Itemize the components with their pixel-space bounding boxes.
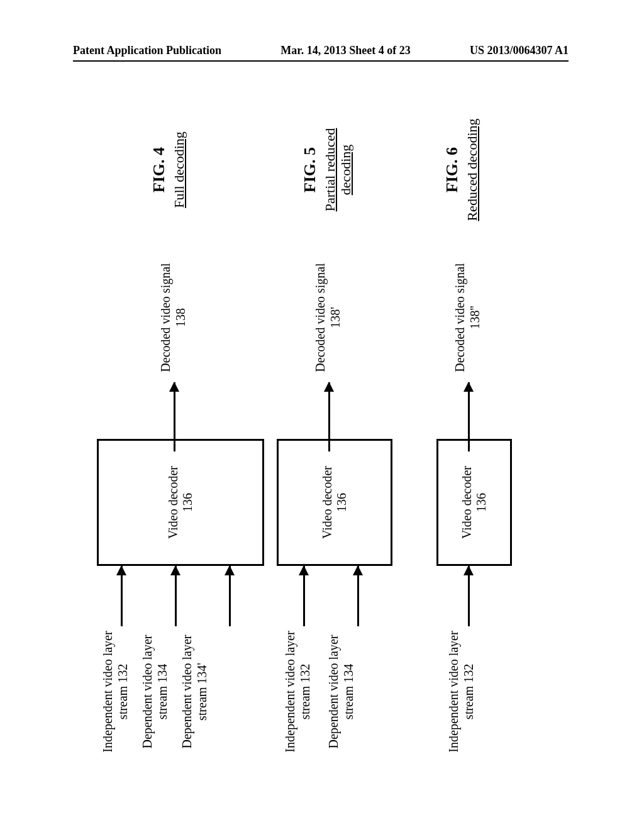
fig6-caption: Reduced decoding — [464, 107, 480, 233]
header-right: US 2013/0064307 A1 — [470, 44, 569, 57]
figure-6: Independent video layer stream 132 Video… — [421, 101, 535, 755]
fig4-decoder-ref: 136 — [180, 493, 195, 512]
fig4-decoder-label: Video decoder — [166, 466, 180, 539]
header-rule — [73, 60, 569, 62]
fig5-decoder-ref: 136 — [335, 493, 349, 512]
fig5-input-dependent: Dependent video layer stream 134 — [326, 629, 356, 755]
fig6-inputs: Independent video layer stream 132 — [447, 629, 476, 755]
fig6-arrow-in-1 — [468, 566, 470, 626]
fig6-output: Decoded video signal 138'' — [453, 258, 482, 377]
fig5-title: FIG. 5 Partial reduced decoding — [301, 107, 354, 233]
fig4-arrow-in-1 — [121, 566, 123, 626]
fig4-title: FIG. 4 Full decoding — [150, 107, 187, 233]
fig5-inputs: Independent video layer stream 132 Depen… — [283, 629, 356, 755]
page-header: Patent Application Publication Mar. 14, … — [73, 44, 569, 57]
fig5-arrow-in-1 — [303, 566, 305, 626]
fig5-number: FIG. 5 — [301, 107, 319, 233]
fig4-arrow-out — [174, 382, 175, 451]
fig5-input-independent: Independent video layer stream 132 — [283, 629, 313, 755]
fig4-output: Decoded video signal 138 — [158, 258, 188, 377]
fig4-input-dependent-2: Dependent video layer stream 134' — [180, 629, 209, 755]
fig5-arrow-in-2 — [357, 566, 359, 626]
fig6-number: FIG. 6 — [443, 107, 462, 233]
figure-5: Independent video layer stream 132 Depen… — [277, 101, 409, 755]
fig5-decoder-label: Video decoder — [320, 466, 335, 539]
header-left: Patent Application Publication — [73, 44, 221, 57]
fig4-caption: Full decoding — [171, 107, 187, 233]
fig6-title: FIG. 6 Reduced decoding — [443, 107, 480, 233]
diagram-stage: Independent video layer stream 132 Depen… — [75, 101, 566, 755]
figure-4: Independent video layer stream 132 Depen… — [101, 101, 264, 755]
fig4-arrow-in-2 — [175, 566, 177, 626]
fig4-inputs: Independent video layer stream 132 Depen… — [101, 629, 210, 755]
fig5-caption: Partial reduced decoding — [322, 107, 354, 233]
fig5-arrow-out — [328, 382, 330, 451]
fig6-decoder-box: Video decoder 136 — [436, 439, 512, 566]
diagram-area: Independent video layer stream 132 Depen… — [75, 101, 566, 755]
fig4-input-dependent-1: Dependent video layer stream 134 — [140, 629, 170, 755]
fig4-arrow-in-3 — [229, 566, 231, 626]
fig4-decoder-box: Video decoder 136 — [97, 439, 264, 566]
fig4-number: FIG. 4 — [150, 107, 169, 233]
fig6-decoder-label: Video decoder — [460, 466, 474, 539]
fig6-decoder-ref: 136 — [474, 493, 489, 512]
fig6-arrow-out — [468, 382, 470, 451]
fig5-output: Decoded video signal 138' — [313, 258, 343, 377]
fig4-input-independent: Independent video layer stream 132 — [101, 629, 130, 755]
fig5-decoder-box: Video decoder 136 — [277, 439, 392, 566]
header-middle: Mar. 14, 2013 Sheet 4 of 23 — [280, 44, 410, 57]
fig6-input-independent: Independent video layer stream 132 — [447, 629, 476, 755]
